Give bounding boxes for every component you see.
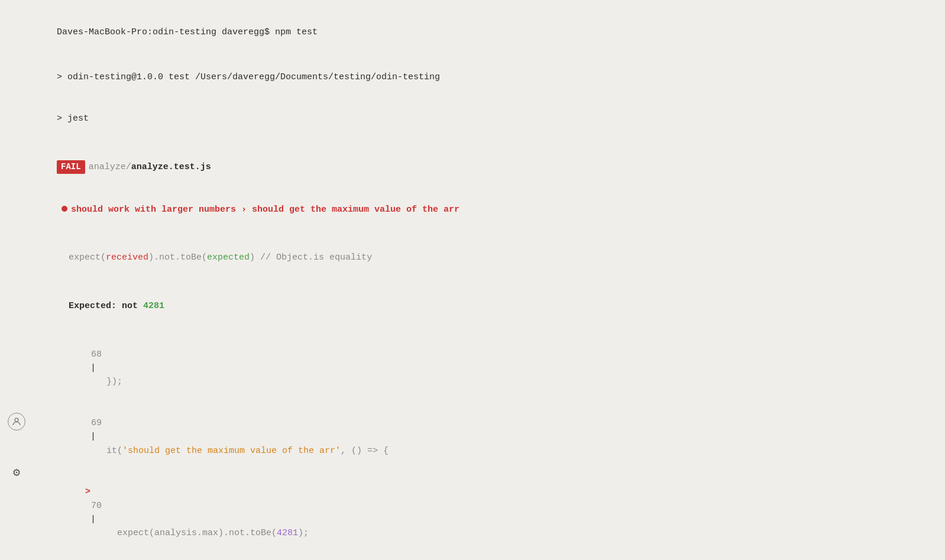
comment: ) // Object.is equality	[250, 253, 372, 263]
code-line-68: 68 | });	[53, 334, 933, 403]
arrow-70: >	[85, 487, 90, 497]
expected-num: 4281	[143, 301, 164, 311]
expected-text: expected	[207, 253, 250, 263]
prompt-text: Daves-MacBook-Pro:odin-testing daveregg$…	[57, 27, 318, 37]
user-avatar[interactable]	[8, 413, 25, 430]
received-text: received	[106, 253, 148, 263]
code-caret-line: | ^	[53, 554, 933, 560]
fail-file-prefix: analyze/	[89, 162, 131, 172]
code-69c: , () => {	[341, 446, 389, 456]
fail-dot	[62, 206, 67, 212]
expect-text: expect(	[69, 253, 106, 263]
gear-icon[interactable]: ⚙	[13, 465, 20, 480]
code-69a: it(	[85, 446, 122, 456]
fail-badge: FAIL	[57, 160, 85, 174]
code-block: 68 | }); 69 | it('should get the maximum…	[53, 334, 933, 560]
line-num-68: 68	[85, 348, 102, 361]
code-70b: 4281	[277, 528, 298, 538]
fail-line: FAILanalyze/analyze.test.js	[35, 146, 933, 187]
terminal-output: Daves-MacBook-Pro:odin-testing daveregg$…	[0, 0, 945, 560]
fail-test-text: should work with larger numbers › should…	[71, 205, 459, 215]
npm-cmd1: > odin-testing@1.0.0 test /Users/davereg…	[35, 57, 933, 98]
prompt-line: Daves-MacBook-Pro:odin-testing daveregg$…	[35, 12, 933, 53]
code-line-70: > 70 | expect(analysis.max).not.toBe(428…	[53, 471, 933, 554]
code-69b: 'should get the maximum value of the arr…	[122, 446, 341, 456]
npm-cmd2: > jest	[35, 98, 933, 140]
settings-icon-wrapper[interactable]: ⚙	[6, 461, 27, 483]
pipe-70: |	[85, 514, 101, 525]
line-num-70: 70	[85, 499, 102, 513]
code-70a: expect(analysis.max).not.toBe(	[85, 528, 277, 538]
expected-value-line: Expected: not 4281	[47, 286, 933, 327]
cmd2-text: > jest	[57, 114, 89, 124]
svg-point-0	[15, 418, 18, 422]
fail-file-name: analyze.test.js	[131, 162, 211, 172]
pipe-69: |	[85, 432, 101, 442]
line-num-69: 69	[85, 416, 102, 430]
not-tobe: ).not.toBe(	[148, 253, 207, 263]
code-70c: );	[298, 528, 309, 538]
fail-test-line: should work with larger numbers › should…	[40, 189, 933, 230]
pipe-68: |	[85, 363, 101, 373]
cmd1-text: > odin-testing@1.0.0 test /Users/davereg…	[57, 72, 440, 82]
code-line-69: 69 | it('should get the maximum value of…	[53, 403, 933, 471]
avatar-icon[interactable]	[6, 411, 27, 432]
expect-line: expect(received).not.toBe(expected) // O…	[47, 237, 933, 279]
expected-label: Expected: not	[69, 301, 143, 311]
code-68: });	[85, 377, 122, 387]
